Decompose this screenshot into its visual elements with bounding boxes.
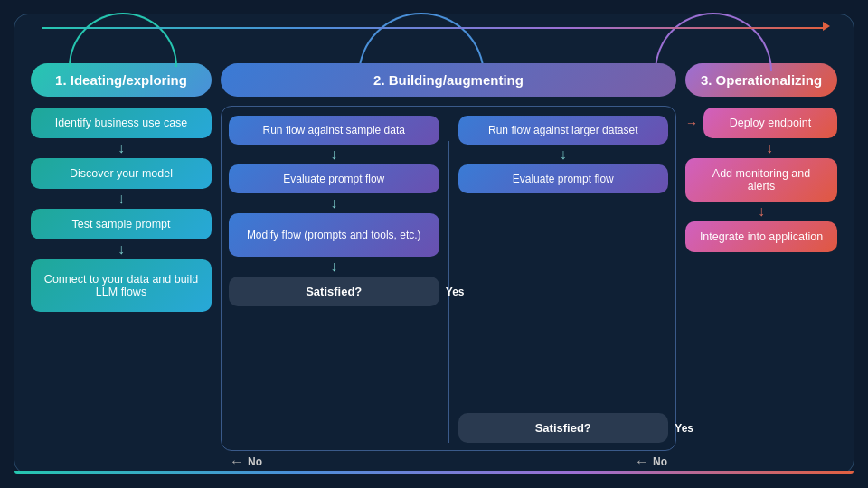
- yes-label-right: Yes: [675, 422, 693, 435]
- node-integrate-app: Integrate into application: [685, 221, 837, 252]
- col3-arrow-down-1: ↓: [685, 138, 837, 158]
- col3-arrow-row-1: → Deploy endpoint: [685, 108, 837, 138]
- col2-inner-container: Run flow against sample data ↓ Evaluate …: [221, 106, 676, 451]
- bottom-gradient-line: [14, 471, 854, 474]
- columns-container: 1. Ideating/exploring Identify business …: [31, 63, 837, 470]
- node-evaluate-flow-2: Evaluate prompt flow: [458, 164, 669, 193]
- column-3-operationalizing: 3. Operationalizing → Deploy endpoint ↓ …: [685, 63, 837, 470]
- top-arrow-line: [42, 27, 826, 29]
- col1-header: 1. Ideating/exploring: [31, 63, 212, 97]
- node-identify-business: Identify business use case: [31, 108, 212, 138]
- node-test-sample: Test sample prompt: [31, 209, 212, 239]
- node-satisfied-right: Satisfied?: [458, 413, 669, 443]
- no-label-left: No: [248, 455, 262, 468]
- node-discover-model: Discover your model: [31, 158, 212, 189]
- node-run-flow-sample: Run flow against sample data: [229, 116, 439, 145]
- no-arrow-left: ← No: [230, 454, 262, 470]
- no-back-row: ← No ← No: [221, 451, 676, 470]
- col2-left-subcol: Run flow against sample data ↓ Evaluate …: [229, 116, 439, 443]
- no-label-right: No: [653, 455, 667, 468]
- arrow-left-1: ↓: [229, 145, 439, 164]
- col2-header: 2. Building/augmenting: [221, 63, 676, 97]
- spacer-right: [458, 193, 669, 413]
- top-arrow-head: [823, 22, 830, 31]
- node-run-flow-larger: Run flow against larger dataset: [458, 116, 669, 145]
- node-deploy-endpoint: Deploy endpoint: [703, 108, 837, 138]
- yes-label-left: Yes: [446, 286, 465, 298]
- node-connect-data: Connect to your data and build LLM flows: [31, 259, 212, 312]
- satisfied-right-container: Satisfied? Yes: [458, 413, 669, 443]
- node-add-monitoring: Add monitoring and alerts: [685, 158, 837, 202]
- arc-teal: [69, 13, 177, 67]
- arrow-left-2: ↓: [229, 193, 439, 213]
- no-arrow-right: ← No: [635, 454, 667, 470]
- arrow-down-2: ↓: [31, 189, 212, 209]
- col2-right-subcol: Run flow against larger dataset ↓ Evalua…: [458, 116, 669, 443]
- arrow-down-1: ↓: [31, 138, 212, 158]
- col3-right-arrow-1: →: [685, 116, 698, 130]
- arrow-down-3: ↓: [31, 239, 212, 259]
- node-satisfied-left: Satisfied?: [229, 277, 439, 306]
- column-1-ideating: 1. Ideating/exploring Identify business …: [31, 63, 212, 470]
- arrow-right-1: ↓: [458, 145, 669, 164]
- col3-arrow-down-2: ↓: [685, 202, 837, 221]
- column-2-building: 2. Building/augmenting Run flow against …: [221, 63, 676, 470]
- diagram-wrapper: 1. Ideating/exploring Identify business …: [14, 14, 854, 474]
- arrow-left-3: ↓: [229, 257, 439, 277]
- node-evaluate-flow-1: Evaluate prompt flow: [229, 164, 439, 193]
- node-modify-flow: Modify flow (prompts and tools, etc.): [229, 213, 439, 257]
- satisfied-left-container: Satisfied? Yes: [229, 277, 439, 306]
